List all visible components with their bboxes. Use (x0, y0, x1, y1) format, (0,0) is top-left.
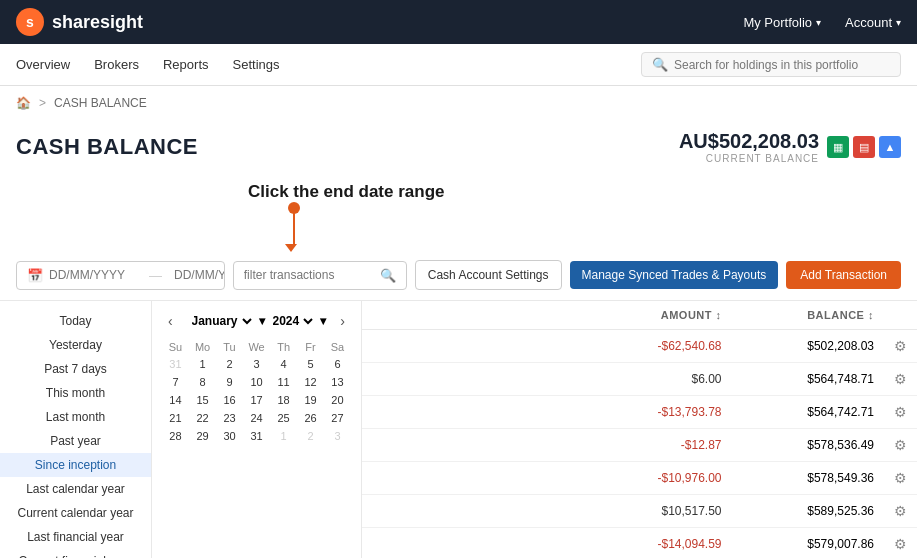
sidebar-item[interactable]: Last month (0, 405, 151, 429)
row-balance: $589,525.36 (732, 495, 884, 528)
transactions-table: AMOUNT ↕ BALANCE ↕ -$62,540.68$502,208.0… (362, 301, 917, 558)
cal-day-cell[interactable]: 16 (216, 391, 243, 409)
page-header: CASH BALANCE AU$502,208.03 CURRENT BALAN… (0, 120, 917, 178)
cal-day-cell[interactable]: 31 (243, 427, 270, 445)
cal-day-cell[interactable]: 31 (162, 355, 189, 373)
cal-day-cell[interactable]: 1 (270, 427, 297, 445)
cal-day-cell[interactable]: 29 (189, 427, 216, 445)
cal-day-cell[interactable]: 14 (162, 391, 189, 409)
filter-transactions-input[interactable]: 🔍 (233, 261, 407, 290)
portfolio-label: My Portfolio (743, 15, 812, 30)
cal-day-header: Tu (216, 339, 243, 355)
account-menu[interactable]: Account ▾ (845, 15, 901, 30)
nav-settings[interactable]: Settings (233, 45, 280, 84)
filter-search-icon: 🔍 (380, 268, 396, 283)
add-transaction-button[interactable]: Add Transaction (786, 261, 901, 289)
end-date-field[interactable] (174, 268, 225, 282)
row-gear-button[interactable]: ⚙ (894, 338, 907, 354)
export-pdf-icon[interactable]: ▤ (853, 136, 875, 158)
cal-day-header: Mo (189, 339, 216, 355)
calendar-year-select[interactable]: 2024 (269, 313, 316, 329)
cal-day-cell[interactable]: 3 (243, 355, 270, 373)
cal-day-cell[interactable]: 5 (297, 355, 324, 373)
filter-input[interactable] (244, 268, 374, 282)
row-balance: $564,748.71 (732, 363, 884, 396)
cal-day-cell[interactable]: 11 (270, 373, 297, 391)
sidebar-item[interactable]: Past 7 days (0, 357, 151, 381)
row-gear-button[interactable]: ⚙ (894, 536, 907, 552)
sidebar-item[interactable]: Since inception (0, 453, 151, 477)
sidebar-item[interactable]: Last calendar year (0, 477, 151, 501)
calendar-month-select[interactable]: January (188, 313, 255, 329)
row-gear-button[interactable]: ⚙ (894, 371, 907, 387)
row-gear-button[interactable]: ⚙ (894, 404, 907, 420)
cal-day-cell[interactable]: 13 (324, 373, 351, 391)
row-balance: $578,536.49 (732, 429, 884, 462)
row-amount: -$10,976.00 (584, 462, 732, 495)
cal-day-cell[interactable]: 6 (324, 355, 351, 373)
sidebar-item[interactable]: Last financial year (0, 525, 151, 549)
row-gear-button[interactable]: ⚙ (894, 503, 907, 519)
start-date-field[interactable] (49, 268, 129, 282)
nav-brokers[interactable]: Brokers (94, 45, 139, 84)
portfolio-menu[interactable]: My Portfolio ▾ (743, 15, 821, 30)
cal-day-cell[interactable]: 10 (243, 373, 270, 391)
sidebar-item[interactable]: This month (0, 381, 151, 405)
cal-day-cell[interactable]: 20 (324, 391, 351, 409)
sidebar-item[interactable]: Today (0, 309, 151, 333)
sidebar-item[interactable]: Past year (0, 429, 151, 453)
logo-area: s sharesight (16, 8, 143, 36)
export-sheets-icon[interactable]: ▦ (827, 136, 849, 158)
row-description (362, 495, 584, 528)
cal-day-cell[interactable]: 2 (216, 355, 243, 373)
cal-day-cell[interactable]: 21 (162, 409, 189, 427)
cal-day-cell[interactable]: 4 (270, 355, 297, 373)
nav-reports[interactable]: Reports (163, 45, 209, 84)
cal-day-cell[interactable]: 2 (297, 427, 324, 445)
row-description (362, 462, 584, 495)
calendar-grid: SuMoTuWeThFrSa 3112345678910111213141516… (162, 339, 351, 445)
sidebar-item[interactable]: Current calendar year (0, 501, 151, 525)
manage-synced-button[interactable]: Manage Synced Trades & Payouts (570, 261, 779, 289)
end-date-input[interactable] (164, 262, 225, 288)
export-icons: ▦ ▤ ▲ (827, 136, 901, 158)
home-icon[interactable]: 🏠 (16, 96, 31, 110)
search-input[interactable] (674, 58, 890, 72)
cal-day-cell[interactable]: 7 (162, 373, 189, 391)
secondary-nav: Overview Brokers Reports Settings 🔍 (0, 44, 917, 86)
row-gear-button[interactable]: ⚙ (894, 437, 907, 453)
row-gear-button[interactable]: ⚙ (894, 470, 907, 486)
start-date-input[interactable]: 📅 (17, 262, 147, 289)
cal-day-cell[interactable]: 22 (189, 409, 216, 427)
cal-day-cell[interactable]: 27 (324, 409, 351, 427)
cal-day-cell[interactable]: 9 (216, 373, 243, 391)
cal-day-cell[interactable]: 17 (243, 391, 270, 409)
calendar-prev-button[interactable]: ‹ (162, 311, 179, 331)
export-drive-icon[interactable]: ▲ (879, 136, 901, 158)
nav-overview[interactable]: Overview (16, 45, 70, 84)
cal-day-cell[interactable]: 12 (297, 373, 324, 391)
calendar-next-button[interactable]: › (334, 311, 351, 331)
sidebar-item[interactable]: Current financial year (0, 549, 151, 558)
date-range-sidebar: TodayYesterdayPast 7 daysThis monthLast … (0, 301, 152, 558)
cal-day-cell[interactable]: 26 (297, 409, 324, 427)
cal-day-cell[interactable]: 3 (324, 427, 351, 445)
sidebar-item[interactable]: Yesterday (0, 333, 151, 357)
cal-day-cell[interactable]: 15 (189, 391, 216, 409)
cal-day-cell[interactable]: 25 (270, 409, 297, 427)
portfolio-chevron-icon: ▾ (816, 17, 821, 28)
row-description (362, 528, 584, 559)
cal-day-cell[interactable]: 1 (189, 355, 216, 373)
cal-day-cell[interactable]: 18 (270, 391, 297, 409)
portfolio-search[interactable]: 🔍 (641, 52, 901, 77)
row-description (362, 396, 584, 429)
cal-day-cell[interactable]: 23 (216, 409, 243, 427)
page-title: CASH BALANCE (16, 134, 198, 160)
annotation-area: Click the end date range (0, 178, 917, 252)
cal-day-cell[interactable]: 24 (243, 409, 270, 427)
cal-day-cell[interactable]: 8 (189, 373, 216, 391)
cal-day-cell[interactable]: 19 (297, 391, 324, 409)
cal-day-cell[interactable]: 30 (216, 427, 243, 445)
cash-account-settings-button[interactable]: Cash Account Settings (415, 260, 562, 290)
cal-day-cell[interactable]: 28 (162, 427, 189, 445)
